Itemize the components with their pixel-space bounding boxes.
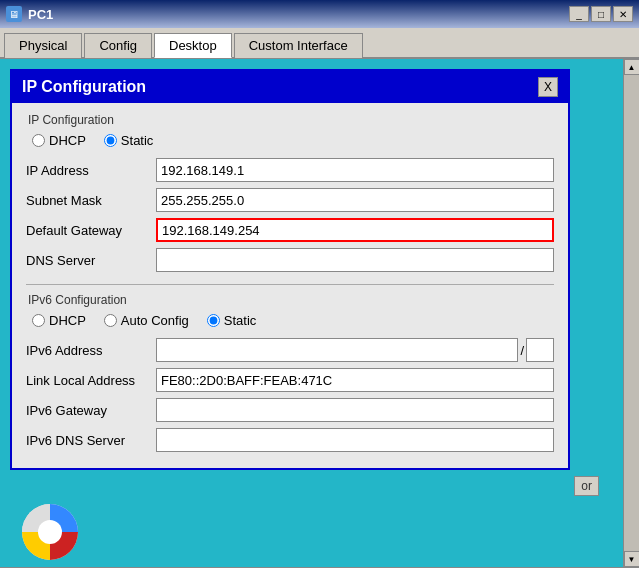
window-controls: _ □ ✕ [569, 6, 633, 22]
dhcp-radio[interactable] [32, 134, 45, 147]
close-button[interactable]: ✕ [613, 6, 633, 22]
window-title: PC1 [28, 7, 53, 22]
tab-desktop[interactable]: Desktop [154, 33, 232, 58]
default-gateway-row: Default Gateway [26, 218, 554, 242]
default-gateway-label: Default Gateway [26, 223, 156, 238]
ip-address-input[interactable] [156, 158, 554, 182]
ip-config-close-button[interactable]: X [538, 77, 558, 97]
scroll-track[interactable] [624, 75, 639, 551]
ipv6-dhcp-radio[interactable] [32, 314, 45, 327]
ipv6-gateway-label: IPv6 Gateway [26, 403, 156, 418]
ipv6-dns-server-input[interactable] [156, 428, 554, 452]
scrollbar[interactable]: ▲ ▼ [623, 59, 639, 567]
content-area: IP Configuration X IP Configuration DHCP… [0, 59, 623, 567]
ipv6-static-radio[interactable] [207, 314, 220, 327]
or-label: or [574, 476, 599, 496]
ipv6-dns-server-row: IPv6 DNS Server [26, 428, 554, 452]
main-content: IP Configuration X IP Configuration DHCP… [0, 59, 639, 567]
static-label: Static [121, 133, 154, 148]
static-radio-label[interactable]: Static [104, 133, 154, 148]
ipv4-radio-group: DHCP Static [32, 133, 554, 148]
ipv6-prefix-input[interactable] [526, 338, 554, 362]
ipv6-dns-server-label: IPv6 DNS Server [26, 433, 156, 448]
ipv4-section-label: IP Configuration [26, 113, 554, 127]
tab-custom-interface[interactable]: Custom Interface [234, 33, 363, 58]
link-local-address-row: Link Local Address [26, 368, 554, 392]
ip-config-panel: IP Configuration X IP Configuration DHCP… [10, 69, 570, 470]
ipv6-dhcp-label: DHCP [49, 313, 86, 328]
title-bar-left: 🖥 PC1 [6, 6, 53, 22]
ipv6-address-row: IPv6 Address / [26, 338, 554, 362]
ipv6-autoconfig-radio-label[interactable]: Auto Config [104, 313, 189, 328]
ipv6-autoconfig-radio[interactable] [104, 314, 117, 327]
dns-server-row: DNS Server [26, 248, 554, 272]
tab-physical[interactable]: Physical [4, 33, 82, 58]
ipv6-slash: / [518, 343, 526, 358]
dns-server-label: DNS Server [26, 253, 156, 268]
ipv6-static-radio-label[interactable]: Static [207, 313, 257, 328]
link-local-address-input[interactable] [156, 368, 554, 392]
ipv6-section-label: IPv6 Configuration [26, 293, 554, 307]
subnet-mask-label: Subnet Mask [26, 193, 156, 208]
default-gateway-input[interactable] [156, 218, 554, 242]
title-bar: 🖥 PC1 _ □ ✕ [0, 0, 639, 28]
dhcp-radio-label[interactable]: DHCP [32, 133, 86, 148]
subnet-mask-row: Subnet Mask [26, 188, 554, 212]
ipv6-address-wrapper: / [156, 338, 554, 362]
ip-config-title: IP Configuration [22, 78, 146, 96]
ip-config-header: IP Configuration X [12, 71, 568, 103]
ipv6-radio-group: DHCP Auto Config Static [32, 313, 554, 328]
tab-config[interactable]: Config [84, 33, 152, 58]
app-icon: 🖥 [6, 6, 22, 22]
ipv6-address-label: IPv6 Address [26, 343, 156, 358]
ipv6-dhcp-radio-label[interactable]: DHCP [32, 313, 86, 328]
link-local-address-label: Link Local Address [26, 373, 156, 388]
ipv6-section: IPv6 Configuration DHCP Auto Config [26, 284, 554, 452]
ipv6-static-label: Static [224, 313, 257, 328]
pie-chart-icon [20, 502, 80, 562]
ipv6-gateway-row: IPv6 Gateway [26, 398, 554, 422]
svg-point-1 [38, 520, 62, 544]
subnet-mask-input[interactable] [156, 188, 554, 212]
tab-bar: Physical Config Desktop Custom Interface [0, 28, 639, 59]
ip-address-row: IP Address [26, 158, 554, 182]
scroll-down-button[interactable]: ▼ [624, 551, 640, 567]
ipv6-autoconfig-label: Auto Config [121, 313, 189, 328]
dhcp-label: DHCP [49, 133, 86, 148]
scroll-up-button[interactable]: ▲ [624, 59, 640, 75]
static-radio[interactable] [104, 134, 117, 147]
ip-address-label: IP Address [26, 163, 156, 178]
bottom-icon-area [10, 496, 613, 567]
minimize-button[interactable]: _ [569, 6, 589, 22]
ip-config-body: IP Configuration DHCP Static IP Address [12, 103, 568, 468]
ipv6-address-input[interactable] [156, 338, 518, 362]
dns-server-input[interactable] [156, 248, 554, 272]
ipv6-gateway-input[interactable] [156, 398, 554, 422]
maximize-button[interactable]: □ [591, 6, 611, 22]
